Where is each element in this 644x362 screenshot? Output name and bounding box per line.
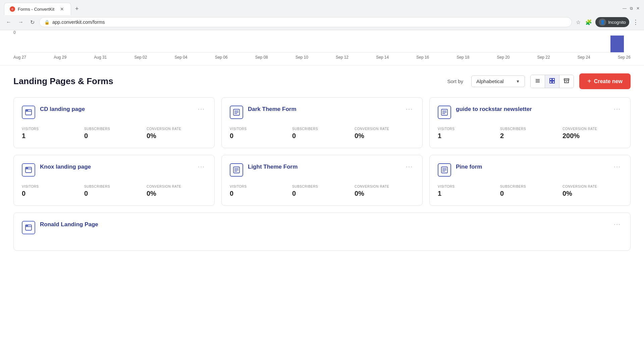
browser-tab[interactable]: C Forms - ConvertKit ✕ [4, 3, 71, 15]
sort-dropdown[interactable]: Alphabetical ▼ [471, 75, 525, 87]
card-header: CD landing page ··· [22, 106, 206, 119]
create-new-button[interactable]: + Create new [579, 73, 631, 89]
card-menu-button[interactable]: ··· [197, 163, 206, 170]
card-ronald-landing-page[interactable]: Ronald Landing Page ··· [13, 213, 631, 251]
card-conversion-stat: CONVERSION RATE 0% [147, 127, 206, 140]
url-text: app.convertkit.com/forms [52, 19, 567, 25]
bookmark-icon[interactable]: ☆ [575, 18, 582, 26]
svg-point-39 [26, 226, 27, 226]
incognito-label: Incognito [608, 20, 626, 25]
sort-select-value: Alphabetical [476, 78, 513, 84]
chart-dates: Aug 27 Aug 29 Aug 31 Sep 02 Sep 04 Sep 0… [13, 55, 631, 60]
page-title: Landing Pages & Forms [13, 76, 442, 86]
form-icon [438, 106, 451, 119]
tab-close-button[interactable]: ✕ [59, 6, 65, 12]
chart-svg [13, 36, 631, 56]
reload-button[interactable]: ↻ [28, 18, 37, 27]
card-visitors-stat: VISITORS 0 [230, 185, 289, 197]
card-stats: VISITORS 1 SUBSCRIBERS 2 CONVERSION RATE… [438, 127, 622, 140]
card-visitors-stat: VISITORS 1 [438, 185, 497, 197]
svg-point-15 [26, 110, 27, 111]
card-menu-button[interactable]: ··· [612, 163, 622, 170]
browser-menu-button[interactable]: ⋮ [631, 17, 640, 27]
address-actions: ☆ 🧩 👤 Incognito ⋮ [575, 17, 640, 27]
main-content: Landing Pages & Forms Sort by Alphabetic… [0, 65, 644, 259]
card-conversion-stat: CONVERSION RATE 200% [562, 127, 622, 140]
incognito-badge[interactable]: 👤 Incognito [595, 17, 629, 27]
card-visitors-stat: VISITORS 0 [230, 127, 289, 140]
form-icon [230, 163, 243, 177]
date-sep10: Sep 10 [296, 55, 308, 60]
card-cd-landing-page[interactable]: CD landing page ··· VISITORS 1 SUBSCRIBE… [13, 97, 215, 148]
card-subscribers-stat: SUBSCRIBERS 0 [292, 185, 352, 197]
card-header: Light Theme Form ··· [230, 163, 414, 177]
window-controls: — ⧉ ✕ [623, 6, 640, 12]
restore-button[interactable]: ⧉ [629, 6, 633, 10]
extensions-icon[interactable]: 🧩 [584, 18, 593, 26]
card-subscribers-stat: SUBSCRIBERS 0 [500, 185, 560, 197]
date-aug27: Aug 27 [13, 55, 26, 60]
card-conversion-stat: CONVERSION RATE 0% [147, 185, 206, 197]
svg-rect-7 [550, 78, 552, 80]
card-title: Knox landing page [40, 163, 197, 171]
landing-page-icon [22, 163, 35, 177]
date-sep14: Sep 14 [376, 55, 389, 60]
svg-text:C: C [11, 8, 13, 10]
svg-point-27 [26, 168, 27, 169]
card-title: Light Theme Form [248, 163, 405, 171]
browser-chrome: C Forms - ConvertKit ✕ + — ⧉ ✕ ← → ↻ 🔒 a… [0, 0, 644, 30]
new-tab-button[interactable]: + [72, 3, 82, 15]
date-sep06: Sep 06 [215, 55, 228, 60]
date-sep20: Sep 20 [497, 55, 510, 60]
date-sep22: Sep 22 [537, 55, 550, 60]
date-sep04: Sep 04 [175, 55, 187, 60]
card-title: Ronald Landing Page [40, 221, 612, 228]
landing-page-icon [22, 221, 35, 234]
date-sep16: Sep 16 [416, 55, 429, 60]
address-bar[interactable]: 🔒 app.convertkit.com/forms [39, 17, 572, 27]
card-light-theme-form[interactable]: Light Theme Form ··· VISITORS 0 SUBSCRIB… [221, 155, 423, 206]
archive-view-button[interactable] [559, 75, 574, 88]
date-sep12: Sep 12 [336, 55, 348, 60]
card-dark-theme-form[interactable]: Dark Theme Form ··· VISITORS 0 SUBSCRIBE… [221, 97, 423, 148]
date-sep26: Sep 26 [618, 55, 631, 60]
svg-rect-11 [564, 79, 569, 80]
card-menu-button[interactable]: ··· [405, 106, 414, 113]
card-pine-form[interactable]: Pine form ··· VISITORS 1 SUBSCRIBERS 0 C… [429, 155, 631, 206]
date-aug31: Aug 31 [94, 55, 107, 60]
tab-title: Forms - ConvertKit [18, 7, 56, 12]
lock-icon: 🔒 [44, 20, 50, 25]
close-window-button[interactable]: ✕ [636, 6, 640, 10]
chart-wrapper: 0 [13, 30, 631, 54]
svg-rect-8 [552, 78, 554, 80]
incognito-avatar: 👤 [599, 18, 606, 26]
minimize-button[interactable]: — [623, 6, 627, 10]
card-stats: VISITORS 0 SUBSCRIBERS 0 CONVERSION RATE… [22, 185, 206, 197]
date-sep02: Sep 02 [134, 55, 147, 60]
forward-button[interactable]: → [16, 18, 25, 26]
sort-label: Sort by [447, 78, 463, 84]
view-controls [530, 75, 574, 88]
landing-page-icon [22, 106, 35, 119]
card-menu-button[interactable]: ··· [612, 221, 622, 228]
card-conversion-stat: CONVERSION RATE 0% [355, 127, 414, 140]
card-guide-to-rockstar[interactable]: guide to rockstar newsletter ··· VISITOR… [429, 97, 631, 148]
card-title: Dark Theme Form [248, 106, 405, 113]
back-button[interactable]: ← [4, 18, 13, 26]
create-new-label: Create new [594, 78, 623, 84]
card-stats: VISITORS 0 SUBSCRIBERS 0 CONVERSION RATE… [230, 185, 414, 197]
list-view-button[interactable] [531, 75, 545, 88]
card-menu-button[interactable]: ··· [405, 163, 414, 170]
card-title: CD landing page [40, 106, 197, 113]
form-icon [438, 163, 451, 177]
card-menu-button[interactable]: ··· [612, 106, 622, 113]
card-stats: VISITORS 1 SUBSCRIBERS 0 CONVERSION RATE… [438, 185, 622, 197]
card-menu-button[interactable]: ··· [197, 106, 206, 113]
cards-grid: CD landing page ··· VISITORS 1 SUBSCRIBE… [13, 97, 631, 206]
grid-view-button[interactable] [545, 75, 559, 88]
card-conversion-stat: CONVERSION RATE 0% [562, 185, 622, 197]
form-icon [230, 106, 243, 119]
card-visitors-stat: VISITORS 0 [22, 185, 82, 197]
date-sep08: Sep 08 [255, 55, 268, 60]
card-knox-landing-page[interactable]: Knox landing page ··· VISITORS 0 SUBSCRI… [13, 155, 215, 206]
